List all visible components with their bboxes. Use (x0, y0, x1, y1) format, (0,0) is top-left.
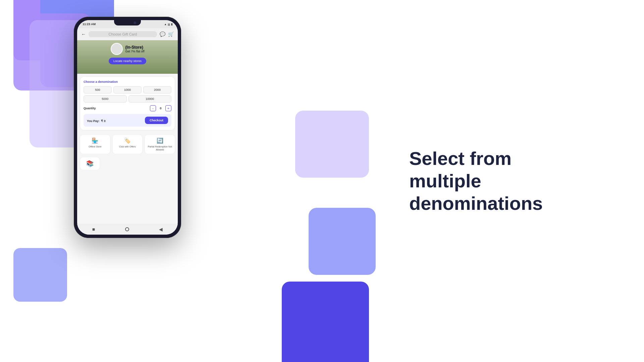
store-offer: Get 7% flat off (125, 50, 145, 53)
denom-10000[interactable]: 10000 (128, 95, 172, 103)
phone-screen: 11:23 AM ▲ ||| ▮ ← Choose Gift Card 💬 🛒 (77, 20, 178, 235)
bg-decoration-right-2 (309, 208, 376, 275)
feature-offline-store: 🏪 Offline Store (80, 134, 110, 154)
nav-home[interactable] (125, 227, 129, 231)
quantity-row: Quantity - 0 + (84, 105, 171, 111)
you-pay-label: You Pay: (87, 119, 100, 123)
heading-line-2: denominations (409, 193, 543, 214)
app-header: ← Choose Gift Card 💬 🛒 (77, 28, 178, 40)
store-details: (In-Store) Get 7% flat off (125, 45, 145, 53)
header-actions: 💬 🛒 (160, 32, 174, 37)
signal-icon: ||| (168, 23, 170, 26)
right-content: Select from multiple denominations (409, 147, 577, 215)
header-title: Choose Gift Card (89, 31, 157, 37)
offline-store-icon: 🏪 (92, 137, 98, 144)
bg-decoration-right-1 (295, 111, 369, 178)
partial-redemption-icon: 🔄 (157, 137, 163, 144)
feature-club-offers: 🏷️ Club with Offers (112, 134, 143, 154)
locate-button[interactable]: Locate nearby stores (109, 58, 146, 64)
phone-notch (114, 20, 141, 25)
status-time: 11:23 AM (83, 22, 96, 26)
offline-store-label: Offline Store (89, 145, 102, 148)
hero-section: (In-Store) Get 7% flat off Locate nearby… (77, 40, 178, 74)
feature-partial-redemption: 🔄 Partial Redemption Not Allowed (145, 134, 175, 154)
denom-2000[interactable]: 2000 (143, 86, 171, 94)
phone-nav-bar: ■ ◀ (77, 224, 178, 235)
phone-frame: 11:23 AM ▲ ||| ▮ ← Choose Gift Card 💬 🛒 (74, 17, 181, 238)
quantity-controls: - 0 + (150, 105, 171, 111)
partial-redemption-label: Partial Redemption Not Allowed (147, 145, 173, 151)
quantity-minus[interactable]: - (150, 105, 156, 111)
bg-decoration-right-3 (282, 282, 369, 362)
denomination-card: Choose a denomination 500 1000 2000 5000… (80, 76, 175, 130)
features-row: 🏪 Offline Store 🏷️ Club with Offers 🔄 Pa… (77, 134, 178, 154)
wifi-icon: ▲ (164, 23, 167, 26)
whatsapp-icon[interactable]: 💬 (160, 32, 165, 37)
checkout-button[interactable]: Checkout (145, 117, 168, 124)
bottom-scroll-section: 📚 (77, 154, 178, 173)
status-icons: ▲ ||| ▮ (164, 23, 172, 26)
denomination-title: Choose a denomination (84, 80, 171, 83)
store-avatar (111, 43, 123, 55)
denom-5000[interactable]: 5000 (84, 95, 127, 103)
cart-icon[interactable]: 🛒 (168, 32, 174, 37)
main-heading: Select from multiple denominations (409, 147, 577, 215)
denomination-grid-row2: 5000 10000 (84, 95, 171, 103)
phone-mockup: 11:23 AM ▲ ||| ▮ ← Choose Gift Card 💬 🛒 (74, 17, 181, 238)
heading-line-1: Select from multiple (409, 148, 512, 191)
nav-back[interactable]: ◀ (159, 227, 163, 232)
club-offers-label: Club with Offers (119, 145, 136, 148)
denomination-grid-row1: 500 1000 2000 (84, 86, 171, 94)
scroll-card: 📚 (80, 157, 100, 170)
denom-1000[interactable]: 1000 (113, 86, 142, 94)
battery-icon: ▮ (171, 23, 172, 26)
quantity-value: 0 (158, 107, 163, 110)
quantity-plus[interactable]: + (165, 105, 171, 111)
back-button[interactable]: ← (81, 32, 86, 37)
denom-500[interactable]: 500 (84, 86, 112, 94)
quantity-label: Quantity (84, 107, 96, 110)
store-name: (In-Store) (125, 45, 145, 50)
pay-amount: ₹ 0 (101, 119, 106, 123)
camera-icon (133, 21, 136, 24)
bg-decoration-5 (13, 248, 67, 302)
checkout-row: You Pay: ₹ 0 Checkout (84, 114, 171, 127)
stack-icon: 📚 (86, 160, 94, 167)
store-info: (In-Store) Get 7% flat off (111, 43, 145, 55)
you-pay-section: You Pay: ₹ 0 (87, 117, 106, 123)
club-offers-icon: 🏷️ (124, 137, 131, 144)
nav-square[interactable]: ■ (92, 227, 95, 232)
